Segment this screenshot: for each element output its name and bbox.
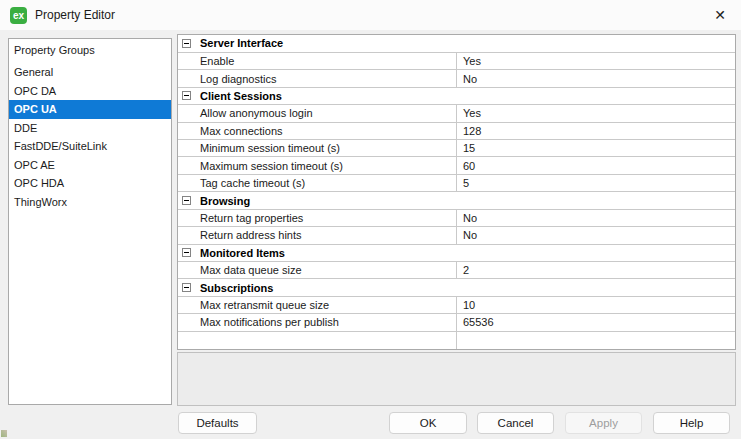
property-value[interactable]: 65536 [456, 314, 735, 330]
collapse-minus-icon[interactable] [182, 248, 191, 257]
property-label: Max retransmit queue size [178, 297, 456, 313]
property-row[interactable]: Return tag properties No [178, 210, 735, 227]
title-bar: ex Property Editor ✕ [0, 0, 741, 30]
sidebar-item-opc-ae[interactable]: OPC AE [9, 156, 171, 175]
sidebar-item-opc-hda[interactable]: OPC HDA [9, 174, 171, 193]
defaults-button[interactable]: Defaults [178, 412, 257, 434]
description-panel [177, 352, 736, 406]
property-row[interactable]: Max data queue size 2 [178, 262, 735, 279]
property-row[interactable]: Allow anonymous login Yes [178, 105, 735, 122]
sidebar-item-fastdde-suitelink[interactable]: FastDDE/SuiteLink [9, 137, 171, 156]
window-title: Property Editor [35, 0, 115, 30]
property-value[interactable]: 2 [456, 262, 735, 278]
property-label: Allow anonymous login [178, 105, 456, 121]
property-label: Return address hints [178, 227, 456, 243]
sidebar-item-opc-ua[interactable]: OPC UA [9, 100, 171, 119]
property-row[interactable]: Tag cache timeout (s) 5 [178, 175, 735, 192]
property-row[interactable]: Enable Yes [178, 53, 735, 70]
property-value[interactable]: 15 [456, 140, 735, 156]
property-label: Max notifications per publish [178, 314, 456, 330]
property-value[interactable]: Yes [456, 105, 735, 121]
property-label: Minimum session timeout (s) [178, 140, 456, 156]
property-label: Return tag properties [178, 210, 456, 226]
category-label: Browsing [200, 195, 250, 207]
property-label: Max data queue size [178, 262, 456, 278]
property-value[interactable]: No [456, 227, 735, 243]
collapse-minus-icon[interactable] [182, 283, 191, 292]
property-label: Enable [178, 53, 456, 69]
sidebar-list: General OPC DA OPC UA DDE FastDDE/SuiteL… [9, 63, 171, 211]
sidebar-item-opc-da[interactable]: OPC DA [9, 82, 171, 101]
property-grid: Server Interface Enable Yes Log diagnost… [177, 34, 736, 350]
property-label: Maximum session timeout (s) [178, 157, 456, 173]
category-row[interactable]: Client Sessions [178, 88, 735, 105]
category-label: Subscriptions [200, 282, 273, 294]
empty-row [178, 332, 735, 349]
property-row[interactable]: Max connections 128 [178, 123, 735, 140]
property-value[interactable]: 10 [456, 297, 735, 313]
sidebar-header: Property Groups [9, 39, 171, 56]
apply-button[interactable]: Apply [565, 412, 642, 434]
collapse-minus-icon[interactable] [182, 196, 191, 205]
property-label: Log diagnostics [178, 70, 456, 86]
sidebar-item-dde[interactable]: DDE [9, 119, 171, 138]
category-row[interactable]: Browsing [178, 192, 735, 209]
property-row[interactable]: Maximum session timeout (s) 60 [178, 157, 735, 174]
property-value[interactable]: No [456, 210, 735, 226]
property-row[interactable]: Return address hints No [178, 227, 735, 244]
property-row[interactable]: Max retransmit queue size 10 [178, 297, 735, 314]
property-value[interactable]: 60 [456, 157, 735, 173]
property-label [178, 332, 456, 349]
property-row[interactable]: Log diagnostics No [178, 70, 735, 87]
property-label: Tag cache timeout (s) [178, 175, 456, 191]
sidebar-item-thingworx[interactable]: ThingWorx [9, 193, 171, 212]
category-row[interactable]: Subscriptions [178, 279, 735, 296]
property-row[interactable]: Max notifications per publish 65536 [178, 314, 735, 331]
property-value[interactable]: Yes [456, 53, 735, 69]
property-editor-dialog: ex Property Editor ✕ Property Groups Gen… [0, 0, 741, 439]
property-label: Max connections [178, 123, 456, 139]
collapse-minus-icon[interactable] [182, 91, 191, 100]
category-label: Client Sessions [200, 90, 282, 102]
help-button[interactable]: Help [653, 412, 730, 434]
sidebar-item-general[interactable]: General [9, 63, 171, 82]
property-groups-panel: Property Groups General OPC DA OPC UA DD… [8, 38, 172, 405]
ok-button[interactable]: OK [389, 412, 467, 434]
collapse-minus-icon[interactable] [182, 39, 191, 48]
property-value[interactable]: 5 [456, 175, 735, 191]
app-icon: ex [10, 7, 27, 24]
property-value[interactable]: 128 [456, 123, 735, 139]
desktop-artifact [1, 430, 7, 437]
property-value [456, 332, 735, 349]
category-row[interactable]: Server Interface [178, 35, 735, 53]
close-icon[interactable]: ✕ [709, 0, 731, 30]
property-row[interactable]: Minimum session timeout (s) 15 [178, 140, 735, 157]
property-value[interactable]: No [456, 70, 735, 86]
cancel-button[interactable]: Cancel [477, 412, 554, 434]
category-label: Monitored Items [200, 247, 285, 259]
category-row[interactable]: Monitored Items [178, 245, 735, 262]
category-label: Server Interface [200, 37, 283, 49]
